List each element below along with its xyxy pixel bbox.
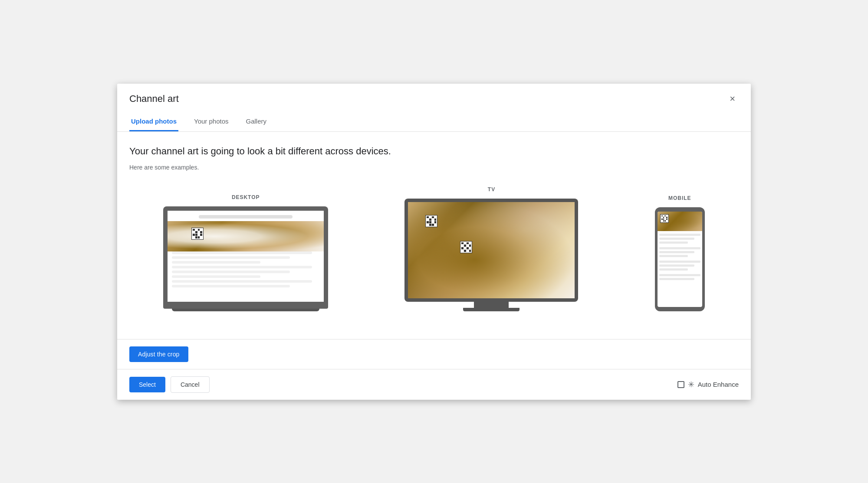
tab-gallery[interactable]: Gallery (244, 112, 269, 131)
adjust-crop-bar: Adjust the crop (117, 339, 751, 369)
tv-label: TV (488, 186, 495, 193)
mobile-device (655, 207, 705, 311)
tv-screen-outer (404, 199, 578, 302)
desktop-channel-art (168, 221, 324, 251)
tab-bar: Upload photos Your photos Gallery (117, 112, 751, 132)
tv-device (404, 199, 578, 311)
laptop-device (163, 206, 328, 311)
qr-code-tv-1 (425, 215, 437, 227)
tv-stand (404, 302, 578, 311)
laptop-content-lines (168, 251, 324, 287)
desktop-preview: DESKTOP (163, 194, 328, 311)
search-bar-mock (199, 215, 293, 219)
channel-art-dialog: Channel art × Upload photos Your photos … (117, 84, 751, 400)
dialog-body: Your channel art is going to look a bit … (117, 132, 751, 339)
adjust-crop-button[interactable]: Adjust the crop (129, 346, 188, 362)
tv-screen-inner (408, 202, 575, 298)
mobile-outer (655, 207, 705, 311)
select-button[interactable]: Select (129, 377, 165, 392)
bottom-action-bar: Select Cancel ✳ Auto Enhance (117, 369, 751, 400)
main-heading: Your channel art is going to look a bit … (129, 146, 739, 157)
action-left-group: Select Cancel (129, 376, 210, 393)
auto-enhance-checkbox[interactable] (677, 381, 684, 388)
dialog-header: Channel art × (117, 84, 751, 105)
laptop-foot (172, 309, 319, 311)
auto-enhance-icon: ✳ (688, 380, 694, 389)
mobile-screen (658, 212, 702, 307)
laptop-screen-outer (163, 206, 328, 302)
mobile-preview: MOBILE (655, 195, 705, 311)
auto-enhance-text: Auto Enhance (698, 381, 739, 388)
tab-your-photos[interactable]: Your photos (192, 112, 230, 131)
cancel-button[interactable]: Cancel (171, 376, 210, 393)
laptop-screen-inner (168, 211, 324, 302)
dialog-title: Channel art (129, 93, 179, 104)
qr-code-desktop (191, 228, 204, 240)
mobile-channel-art (658, 212, 702, 231)
close-button[interactable]: × (726, 92, 739, 105)
auto-enhance-label[interactable]: ✳ Auto Enhance (677, 380, 739, 389)
qr-code-mobile (660, 214, 669, 223)
desktop-label: DESKTOP (232, 194, 260, 200)
tv-preview: TV (404, 186, 578, 311)
laptop-base (163, 302, 328, 309)
devices-preview-row: DESKTOP (129, 186, 739, 311)
mobile-content (658, 231, 702, 286)
tab-upload-photos[interactable]: Upload photos (129, 112, 178, 131)
sub-heading: Here are some examples. (129, 164, 739, 171)
mobile-label: MOBILE (668, 195, 691, 201)
qr-code-tv-2 (460, 241, 472, 253)
